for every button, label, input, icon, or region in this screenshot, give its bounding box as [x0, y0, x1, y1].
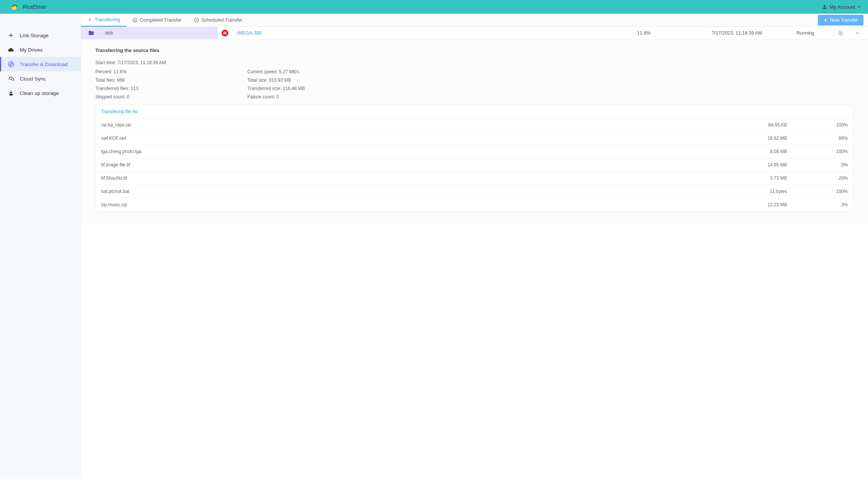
clock-icon	[194, 17, 199, 23]
tab-scheduled[interactable]: Scheduled Transfer	[188, 14, 249, 27]
svg-point-1	[824, 5, 825, 7]
file-row: rar.ha_clipx.rar84.55 KB100%	[96, 119, 853, 132]
file-row: tga.cheng photo.tga6.08 MB100%	[96, 145, 853, 158]
brand: RiceDrive	[11, 3, 46, 11]
file-list: Transfering file list rar.ha_clipx.rar84…	[95, 105, 854, 212]
file-name: tga.cheng photo.tga	[101, 149, 726, 154]
file-size: 14.65 MB	[726, 162, 787, 168]
account-label: My Account	[830, 4, 855, 10]
job-timestamp: 7/17/2023, 11:18:39 AM	[693, 30, 781, 36]
file-name: swf.KOF.swf	[101, 136, 726, 141]
account-menu[interactable]: My Account	[822, 4, 861, 10]
cleanup-icon	[8, 90, 14, 96]
job-dest-path[interactable]: /MEGA-390	[237, 30, 261, 36]
file-name: tif.image file.tif	[101, 162, 726, 168]
transfer-icon	[8, 61, 14, 68]
sidebar-item-my-drives[interactable]: My Drives	[0, 43, 81, 57]
details-col-right: Current speed: 5.27 MB/s Total size: 613…	[247, 69, 377, 100]
details-title: Transferring the source files	[95, 48, 854, 53]
mega-icon: M	[222, 30, 228, 36]
detail-transferred-size: Transferred size: 116.48 MB	[247, 86, 377, 91]
chevron-down-icon[interactable]	[855, 30, 860, 36]
detail-start-time: Start time: 7/17/2023, 11:18:39 AM	[95, 60, 854, 65]
job-source: bbb	[81, 27, 218, 39]
arrow-right-icon	[87, 17, 92, 22]
sync-icon	[8, 75, 14, 82]
file-row: ttf.ShaoNv.ttf3.73 MB20%	[96, 172, 853, 185]
details-col-left: Percent: 11.6% Total files: 969 Transfer…	[95, 69, 225, 100]
sidebar-item-label: Clean up storage	[20, 90, 59, 96]
file-list-header: Transfering file list	[96, 105, 853, 119]
detail-speed: Current speed: 5.27 MB/s	[247, 69, 377, 74]
file-progress: 20%	[787, 175, 848, 181]
file-size: 16.82 MB	[726, 136, 787, 141]
detail-total-files: Total files: 969	[95, 77, 225, 83]
job-actions	[830, 30, 868, 36]
cloud-icon	[8, 46, 14, 53]
file-size: 3.73 MB	[726, 175, 787, 181]
tabs-row: Transferring Completed Transfer Schedule…	[81, 14, 868, 27]
sidebar-item-clean-up[interactable]: Clean up storage	[0, 86, 81, 100]
file-progress: 3%	[787, 202, 848, 207]
detail-transferred-files: Transferred files: 113	[95, 86, 225, 91]
topbar: RiceDrive My Account	[0, 0, 868, 14]
job-status: Running	[781, 30, 830, 36]
sidebar-item-transfer-download[interactable]: Transfer & Download	[0, 57, 81, 71]
svg-point-2	[8, 62, 14, 67]
job-source-name: bbb	[105, 30, 113, 36]
file-row: tif.image file.tif14.65 MB0%	[96, 158, 853, 172]
file-size: 84.55 KB	[726, 122, 787, 128]
tab-label: Scheduled Transfer	[201, 17, 242, 23]
tab-transferring[interactable]: Transferring	[81, 14, 126, 27]
file-row: swf.KOF.swf16.82 MB86%	[96, 132, 853, 145]
sidebar-item-label: My Drives	[20, 47, 43, 53]
sidebar-item-label: Cloud Sync	[20, 76, 46, 82]
tab-completed[interactable]: Completed Transfer	[126, 14, 188, 27]
cancel-icon[interactable]	[838, 30, 843, 36]
new-transfer-button[interactable]: New Transfer	[818, 15, 863, 25]
file-size: 11 bytes	[726, 189, 787, 194]
tab-label: Transferring	[95, 17, 120, 22]
transfer-details: Transferring the source files Start time…	[81, 40, 868, 223]
file-progress: 100%	[787, 189, 848, 194]
chevron-down-icon	[857, 5, 861, 9]
file-progress: 100%	[787, 122, 848, 128]
sidebar-item-label: Link Storage	[20, 33, 49, 38]
file-size: 6.08 MB	[726, 149, 787, 154]
detail-total-size: Total size: 613.93 MB	[247, 77, 377, 83]
sidebar-item-link-storage[interactable]: Link Storage	[0, 28, 81, 43]
sidebar-item-label: Transfer & Download	[20, 62, 68, 67]
plus-icon	[823, 18, 828, 22]
main-content: Transferring Completed Transfer Schedule…	[81, 14, 868, 479]
tabs: Transferring Completed Transfer Schedule…	[81, 14, 249, 27]
file-name: ttf.ShaoNv.ttf	[101, 175, 726, 181]
file-progress: 86%	[787, 136, 848, 141]
brand-name: RiceDrive	[23, 4, 46, 10]
detail-percent: Percent: 11.6%	[95, 69, 225, 74]
new-transfer-label: New Transfer	[830, 17, 858, 23]
file-size: 12.23 MB	[726, 202, 787, 207]
job-destination: M /MEGA-390	[218, 30, 594, 36]
file-name: zip.music.zip	[101, 202, 726, 207]
svg-point-3	[133, 18, 137, 22]
file-row: zip.music.zip12.23 MB3%	[96, 198, 853, 211]
folder-icon	[88, 30, 95, 36]
detail-failure: Failure count: 0	[247, 94, 377, 100]
tab-label: Completed Transfer	[140, 17, 182, 23]
detail-skipped: Skipped count: 0	[95, 94, 225, 100]
file-name: bat.pichuli.bat	[101, 189, 726, 194]
user-icon	[822, 4, 827, 9]
brand-logo-icon	[11, 3, 19, 11]
plus-icon	[8, 32, 14, 39]
job-percent: 11.6%	[594, 30, 693, 36]
file-progress: 100%	[787, 149, 848, 154]
sidebar-item-cloud-sync[interactable]: Cloud Sync	[0, 71, 81, 86]
file-progress: 0%	[787, 162, 848, 168]
file-name: rar.ha_clipx.rar	[101, 122, 726, 128]
file-row: bat.pichuli.bat11 bytes100%	[96, 185, 853, 198]
check-circle-icon	[132, 17, 138, 23]
sidebar: Link Storage My Drives Transfer & Downlo…	[0, 14, 81, 479]
transfer-job-row[interactable]: bbb M /MEGA-390 11.6% 7/17/2023, 11:18:3…	[81, 27, 868, 40]
